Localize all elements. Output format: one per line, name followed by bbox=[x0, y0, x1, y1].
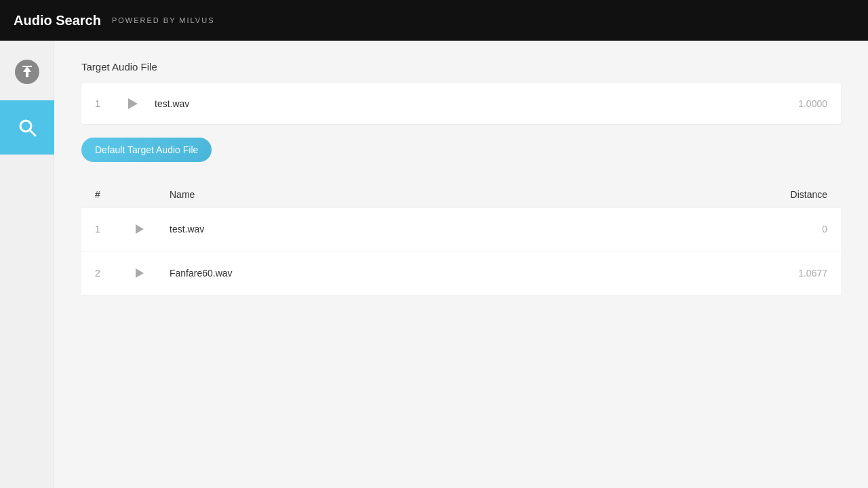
upload-svg bbox=[15, 60, 39, 84]
target-file-distance: 1.0000 bbox=[798, 98, 827, 109]
target-audio-row: 1 test.wav 1.0000 bbox=[81, 83, 841, 124]
search-svg bbox=[17, 117, 37, 138]
upload-icon[interactable] bbox=[12, 57, 42, 87]
results-table-header: # Name Distance bbox=[81, 182, 841, 207]
result-row: 1 test.wav 0 bbox=[81, 207, 841, 251]
target-play-button[interactable] bbox=[122, 93, 144, 115]
target-file-name: test.wav bbox=[155, 98, 798, 109]
app-title: Audio Search bbox=[14, 13, 101, 28]
sidebar bbox=[0, 41, 54, 488]
result-file-distance: 0 bbox=[760, 224, 827, 235]
result-file-name: Fanfare60.wav bbox=[170, 268, 760, 279]
svg-rect-2 bbox=[22, 66, 32, 67]
col-header-name: Name bbox=[170, 189, 760, 200]
target-section-label: Target Audio File bbox=[81, 61, 841, 73]
app-subtitle: POWERED BY MILVUS bbox=[112, 16, 215, 24]
default-target-button[interactable]: Default Target Audio File bbox=[81, 138, 212, 162]
result-play-button[interactable] bbox=[136, 224, 170, 234]
app-header: Audio Search POWERED BY MILVUS bbox=[0, 0, 868, 41]
col-header-distance: Distance bbox=[760, 189, 827, 200]
result-row-number: 1 bbox=[95, 224, 136, 235]
result-file-distance: 1.0677 bbox=[760, 268, 827, 279]
result-play-button[interactable] bbox=[136, 268, 170, 278]
results-list: 1 test.wav 0 2 Fanfare60.wav 1.0677 bbox=[81, 207, 841, 296]
result-row: 2 Fanfare60.wav 1.0677 bbox=[81, 251, 841, 296]
main-layout: Target Audio File 1 test.wav 1.0000 Defa… bbox=[0, 41, 868, 488]
result-play-triangle bbox=[136, 268, 144, 278]
search-nav-icon[interactable] bbox=[0, 100, 54, 155]
result-play-triangle bbox=[136, 224, 144, 234]
svg-line-4 bbox=[30, 130, 35, 136]
target-play-triangle bbox=[128, 98, 138, 109]
result-file-name: test.wav bbox=[170, 224, 760, 235]
result-row-number: 2 bbox=[95, 268, 136, 279]
main-content: Target Audio File 1 test.wav 1.0000 Defa… bbox=[54, 41, 868, 488]
col-header-number: # bbox=[95, 189, 136, 200]
target-row-number: 1 bbox=[95, 98, 122, 109]
